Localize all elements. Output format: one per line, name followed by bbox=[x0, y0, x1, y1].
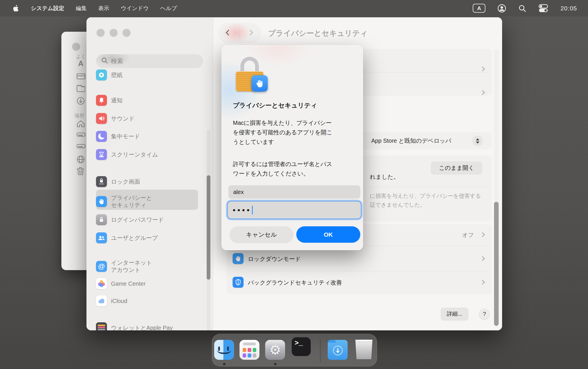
finder-traffic-light[interactable] bbox=[72, 43, 80, 51]
sidebar-item-icloud[interactable]: iCloud bbox=[96, 295, 198, 306]
internet-accounts-icon: @ bbox=[96, 261, 107, 272]
row-divider bbox=[248, 271, 487, 271]
menu-clock[interactable]: 20:05 bbox=[560, 5, 577, 12]
page-title: プライバシーとセキュリティ bbox=[268, 28, 367, 38]
row-divider bbox=[370, 187, 487, 187]
back-button[interactable] bbox=[226, 30, 231, 35]
username-field[interactable] bbox=[228, 185, 360, 199]
privacy-hand-badge-icon bbox=[251, 75, 268, 92]
users-groups-icon bbox=[96, 232, 107, 243]
sidebar-item-privacy-security[interactable]: プライバシーとセキュリティ bbox=[96, 194, 198, 209]
password-field[interactable]: ●●●● bbox=[228, 202, 361, 219]
chevron-right-icon[interactable] bbox=[480, 90, 485, 95]
game-center-icon bbox=[96, 278, 107, 289]
search-icon bbox=[101, 57, 108, 65]
blocked-app-note-line1: に損害を与えたり、プライバシーを侵害する bbox=[370, 192, 481, 200]
network-globe-icon[interactable] bbox=[76, 155, 85, 164]
user-account-icon[interactable] bbox=[497, 4, 506, 13]
forward-button[interactable] bbox=[247, 30, 253, 35]
notifications-icon bbox=[96, 95, 107, 106]
open-anyway-button[interactable]: このまま開く bbox=[431, 161, 482, 174]
background-security-shield-icon bbox=[233, 277, 244, 288]
settings-sidebar: 検索 壁紙 通知 サウンド 集中モード bbox=[86, 17, 213, 330]
applications-icon[interactable]: A bbox=[78, 59, 84, 68]
login-password-icon bbox=[96, 214, 107, 225]
trash-icon[interactable] bbox=[76, 167, 84, 175]
settings-running-indicator bbox=[274, 363, 276, 365]
sidebar-item-notifications[interactable]: 通知 bbox=[96, 95, 198, 106]
sidebar-item-users-groups[interactable]: ユーザとグループ bbox=[96, 232, 198, 243]
lock-screen-icon bbox=[96, 176, 107, 187]
control-center-icon[interactable] bbox=[538, 4, 548, 13]
search-placeholder: 検索 bbox=[111, 57, 123, 65]
sound-icon bbox=[96, 113, 107, 124]
harddisk-icon[interactable] bbox=[76, 132, 86, 137]
sidebar-item-game-center[interactable]: Game Center bbox=[96, 278, 198, 289]
menu-window[interactable]: ウインドウ bbox=[121, 5, 149, 12]
finder-locations-label: 場所 bbox=[74, 112, 84, 119]
menu-view[interactable]: 表示 bbox=[98, 5, 109, 12]
sidebar-item-lock-screen[interactable]: ロック画面 bbox=[96, 176, 198, 187]
menu-help[interactable]: ヘルプ bbox=[160, 5, 177, 12]
help-button[interactable]: ? bbox=[479, 309, 490, 319]
ok-button[interactable]: OK bbox=[296, 226, 360, 243]
zoom-button[interactable] bbox=[122, 29, 131, 37]
developer-select-value: App Store と既知のデベロッパ bbox=[371, 137, 451, 145]
harddisk-icon[interactable] bbox=[76, 144, 86, 149]
chevron-right-icon[interactable] bbox=[480, 280, 485, 285]
chevron-right-icon[interactable] bbox=[480, 67, 485, 71]
chevron-right-icon[interactable] bbox=[480, 232, 485, 237]
screen-time-icon bbox=[96, 149, 107, 160]
blocked-app-text: れました。 bbox=[370, 173, 399, 181]
spotlight-search-icon[interactable] bbox=[518, 4, 526, 12]
dock-system-settings-icon[interactable]: ⚙ bbox=[265, 340, 285, 360]
dialog-message: Macに損害を与えたり、プライバシー を侵害する可能性のあるアプリを開こ うとし… bbox=[233, 118, 332, 147]
input-source-icon[interactable]: A bbox=[473, 4, 485, 13]
dock-launchpad-icon[interactable] bbox=[240, 340, 259, 360]
lockdown-hand-icon bbox=[233, 253, 244, 264]
apple-menu-icon[interactable] bbox=[13, 5, 19, 12]
dock-finder-icon[interactable] bbox=[214, 340, 234, 360]
dock-trash-icon[interactable] bbox=[354, 339, 374, 359]
documents-icon[interactable] bbox=[76, 84, 85, 93]
blocked-app-note-line2: 証できませんでした。 bbox=[370, 201, 426, 209]
details-button[interactable]: 詳細... bbox=[441, 308, 468, 320]
privacy-hand-icon bbox=[96, 196, 107, 207]
sidebar-item-focus[interactable]: 集中モード bbox=[96, 131, 198, 142]
focus-moon-icon bbox=[96, 131, 107, 142]
sidebar-scrollbar-thumb[interactable] bbox=[207, 175, 210, 280]
chevron-right-icon[interactable] bbox=[480, 256, 485, 261]
menu-app-name[interactable]: システム設定 bbox=[31, 5, 64, 12]
cancel-button[interactable]: キャンセル bbox=[230, 226, 293, 243]
close-button[interactable] bbox=[97, 29, 105, 37]
dialog-instruction: 許可するには管理者のユーザ名とパス ワードを入力してください。 bbox=[233, 159, 332, 178]
icloud-icon bbox=[96, 295, 107, 306]
menu-edit[interactable]: 編集 bbox=[76, 5, 87, 12]
menu-bar: システム設定 編集 表示 ウインドウ ヘルプ A 20:05 bbox=[0, 0, 588, 16]
finder-running-indicator bbox=[223, 363, 225, 365]
sidebar-item-sound[interactable]: サウンド bbox=[96, 113, 198, 124]
sidebar-item-login-password[interactable]: ログインパスワード bbox=[96, 214, 198, 225]
sidebar-search-input[interactable]: 検索 bbox=[96, 54, 203, 68]
minimize-button[interactable] bbox=[110, 29, 118, 37]
main-scrollbar-thumb[interactable] bbox=[494, 202, 499, 326]
home-icon[interactable] bbox=[76, 120, 85, 128]
navigation-capsule bbox=[218, 23, 261, 42]
lockdown-label: ロックダウンモード bbox=[248, 255, 301, 263]
off-value: オフ bbox=[462, 231, 474, 239]
developer-select-stepper[interactable] bbox=[472, 135, 483, 146]
wallet-icon bbox=[96, 322, 107, 330]
password-mask: ●●●● bbox=[233, 207, 251, 213]
sidebar-item-internet-accounts[interactable]: @ インターネットアカウント bbox=[96, 259, 198, 274]
finder-smile bbox=[217, 345, 231, 354]
dock-downloads-folder-icon[interactable] bbox=[328, 340, 348, 360]
sidebar-item-wallet[interactable]: ウォレットとApple Pay bbox=[96, 322, 198, 330]
authentication-dialog: プライバシーとセキュリティ Macに損害を与えたり、プライバシー を侵害する可能… bbox=[221, 45, 363, 250]
dock-terminal-icon[interactable]: >_ bbox=[292, 337, 311, 356]
sidebar-item-wallpaper[interactable]: 壁紙 bbox=[96, 69, 198, 80]
sidebar-item-screen-time[interactable]: スクリーンタイム bbox=[96, 149, 198, 160]
recents-icon[interactable] bbox=[76, 73, 86, 80]
downloads-icon[interactable] bbox=[76, 97, 85, 105]
wallpaper-icon bbox=[96, 69, 107, 80]
nav-divider bbox=[239, 27, 240, 38]
